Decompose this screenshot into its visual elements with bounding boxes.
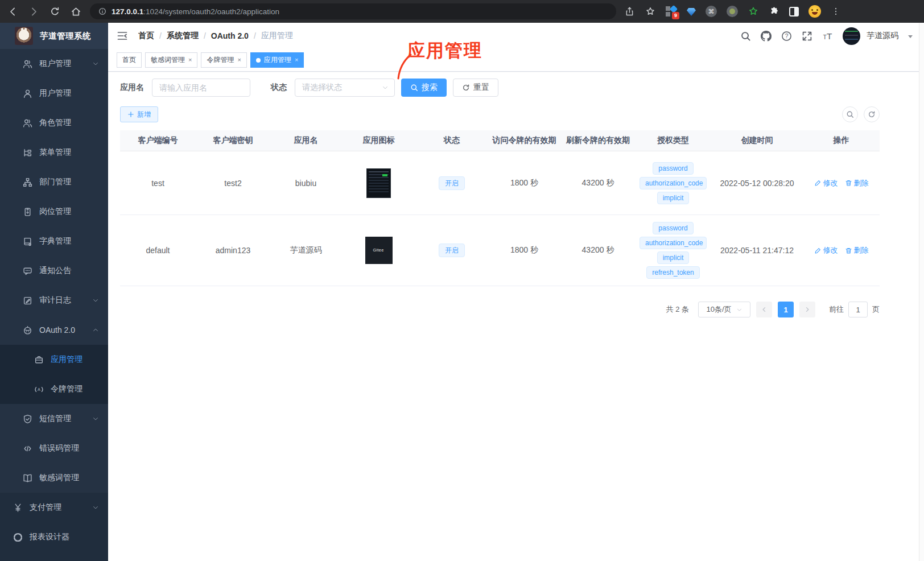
page-scrollbar[interactable] — [919, 23, 924, 561]
report-icon — [13, 533, 23, 542]
gem-extension-icon[interactable] — [687, 8, 696, 16]
chevron-down-icon — [92, 297, 99, 304]
share-icon[interactable] — [624, 6, 635, 17]
prev-page-button[interactable] — [756, 302, 772, 317]
next-page-button[interactable] — [799, 302, 815, 317]
sidebar-item-13[interactable]: 错误码管理 — [0, 434, 108, 463]
sidebar-item-16[interactable]: 报表设计器 — [0, 522, 108, 552]
browser-home-icon[interactable] — [70, 6, 82, 18]
extensions-puzzle-icon[interactable] — [769, 6, 779, 17]
sidebar-item-11[interactable]: A令牌管理 — [0, 374, 108, 404]
site-info-icon[interactable] — [98, 7, 107, 16]
users-icon — [23, 118, 32, 128]
sidebar-item-2[interactable]: 角色管理 — [0, 108, 108, 138]
browser-reload-icon[interactable] — [49, 6, 61, 18]
page-size-select[interactable]: 10条/页 — [698, 302, 750, 317]
tab-3[interactable]: 应用管理× — [250, 52, 304, 68]
extension-badge-icon[interactable]: 9 — [666, 6, 677, 17]
bookmark-star-icon[interactable] — [645, 6, 656, 17]
status-select-placeholder: 请选择状态 — [302, 82, 342, 93]
table-refresh-button[interactable] — [864, 106, 880, 122]
browser-menu-kebab-icon[interactable] — [831, 6, 841, 16]
grant-type-tag: implicit — [657, 251, 690, 264]
column-header-4: 状态 — [416, 130, 488, 151]
status-badge: 开启 — [439, 176, 465, 190]
browser-forward-icon[interactable] — [28, 6, 40, 18]
github-icon[interactable] — [761, 31, 772, 42]
tab-label: 令牌管理 — [207, 55, 234, 65]
tab-2[interactable]: 令牌管理× — [201, 52, 246, 68]
sidebar-item-1[interactable]: 用户管理 — [0, 79, 108, 108]
sidebar-item-15[interactable]: 支付管理 — [0, 493, 108, 522]
tab-0[interactable]: 首页 — [117, 52, 142, 68]
user-menu-caret-icon[interactable] — [908, 35, 913, 38]
tags-view-bar: 首页敏感词管理×令牌管理×应用管理× — [108, 49, 924, 72]
tab-close-icon[interactable]: × — [237, 57, 241, 63]
grant-type-tag: password — [653, 222, 693, 234]
sidebar-item-12[interactable]: 短信管理 — [0, 404, 108, 434]
browser-back-icon[interactable] — [7, 6, 19, 18]
column-header-6: 刷新令牌的有效期 — [561, 130, 635, 151]
cell-client-id: test — [120, 172, 196, 195]
table-search-toggle-button[interactable] — [842, 106, 858, 122]
app-title: 芋道管理系统 — [40, 31, 91, 42]
delete-button[interactable]: 删除 — [845, 178, 869, 188]
status-badge: 开启 — [439, 244, 465, 257]
breadcrumb-item-1[interactable]: 系统管理 — [167, 31, 199, 41]
add-button[interactable]: 新增 — [120, 106, 158, 122]
sidebar-item-3[interactable]: 菜单管理 — [0, 138, 108, 167]
sidebar-item-10[interactable]: 应用管理 — [0, 345, 108, 374]
pagination: 共 2 条 10条/页 1 前往 页 — [120, 302, 880, 317]
app-logo-band[interactable]: 芋道管理系统 — [0, 23, 108, 49]
goto-page-input[interactable] — [848, 302, 868, 317]
tab-label: 应用管理 — [264, 55, 291, 65]
cell-client-id: default — [120, 239, 196, 262]
address-bar[interactable]: 127.0.0.1:1024/system/oauth2/oauth2/appl… — [90, 3, 616, 19]
shield-icon — [23, 414, 32, 424]
sidebar-item-9[interactable]: OAuth 2.0 — [0, 315, 108, 345]
app-name-input[interactable] — [152, 79, 250, 97]
top-navbar: 首页/系统管理/OAuth 2.0/应用管理 ? TT 芋道源码 — [108, 23, 924, 49]
command-extension-icon[interactable]: ⌘ — [706, 6, 717, 17]
profile-avatar-icon[interactable] — [808, 5, 821, 18]
grant-type-tag: refresh_token — [646, 266, 699, 279]
search-icon[interactable] — [740, 31, 751, 42]
sidebar-item-4[interactable]: 部门管理 — [0, 167, 108, 197]
delete-button[interactable]: 删除 — [845, 245, 869, 255]
search-button[interactable]: 搜索 — [401, 79, 447, 97]
sidebar-item-0[interactable]: 租户管理 — [0, 49, 108, 79]
sidebar-collapse-icon[interactable] — [117, 30, 128, 42]
font-size-icon[interactable]: TT — [822, 31, 833, 42]
grant-type-tag: authorization_code — [640, 237, 707, 249]
sidebar-item-label: 审计日志 — [39, 295, 71, 306]
green-star-extension-icon[interactable] — [748, 6, 759, 17]
reset-button[interactable]: 重置 — [453, 79, 498, 97]
chevron-down-icon — [736, 307, 742, 313]
app-name-label: 应用名 — [120, 82, 144, 93]
breadcrumb-separator: / — [159, 31, 162, 40]
sidebar-item-14[interactable]: 敏感词管理 — [0, 463, 108, 493]
cell-refresh-validity: 43200 秒 — [561, 238, 635, 262]
breadcrumb-item-0[interactable]: 首页 — [138, 31, 154, 41]
status-label: 状态 — [271, 82, 287, 93]
fullscreen-icon[interactable] — [802, 31, 812, 42]
sidebar-item-5[interactable]: 岗位管理 — [0, 197, 108, 226]
edit-button[interactable]: 修改 — [814, 245, 838, 255]
sidebar-item-6[interactable]: 字典管理 — [0, 226, 108, 256]
sidebar-item-8[interactable]: 审计日志 — [0, 286, 108, 315]
trash-icon — [845, 247, 852, 254]
tab-1[interactable]: 敏感词管理× — [145, 52, 197, 68]
url-text: 127.0.0.1:1024/system/oauth2/oauth2/appl… — [112, 7, 279, 16]
page-number-button[interactable]: 1 — [778, 302, 794, 317]
recorder-extension-icon[interactable] — [727, 6, 738, 17]
edit-button[interactable]: 修改 — [814, 178, 838, 188]
user-avatar[interactable] — [843, 27, 860, 45]
tab-close-icon[interactable]: × — [295, 57, 298, 63]
sidebar-item-7[interactable]: 通知公告 — [0, 256, 108, 286]
breadcrumb-item-2[interactable]: OAuth 2.0 — [211, 31, 249, 40]
org-icon — [23, 178, 32, 187]
status-select[interactable]: 请选择状态 — [295, 79, 395, 97]
help-icon[interactable]: ? — [781, 31, 792, 42]
tab-close-icon[interactable]: × — [188, 57, 192, 63]
sidepanel-icon[interactable] — [789, 7, 799, 16]
